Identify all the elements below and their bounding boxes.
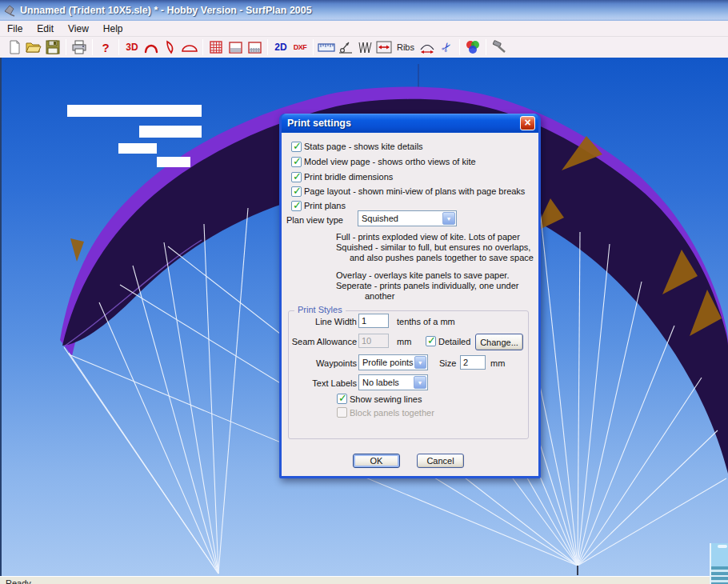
menu-help[interactable]: Help: [96, 22, 130, 36]
measure-angle-button[interactable]: [336, 38, 355, 56]
status-bar: Ready: [0, 576, 728, 584]
measurement-labels: [67, 105, 202, 167]
toolbar-separator: [202, 39, 203, 55]
window-titlebar: Unnamed (Trident 10X5.sle) * - Hobby Ver…: [0, 0, 728, 21]
scissors-icon: ✂: [438, 39, 455, 56]
profile-icon: [164, 40, 177, 54]
arch-view-button[interactable]: [142, 38, 161, 56]
status-text: Ready: [6, 578, 728, 584]
print-settings-dialog: Print settings × Stats page - shows kite…: [279, 114, 541, 478]
show-sewing-lines-label: Show sewing lines: [350, 394, 422, 404]
thumb-cloud: [718, 545, 727, 548]
menu-file[interactable]: File: [0, 22, 30, 36]
seam-allowance-label: Seam Allowance: [282, 337, 357, 346]
print-icon: [71, 40, 87, 54]
3d-icon: 3D: [126, 42, 138, 53]
size-input[interactable]: [460, 355, 486, 370]
dialog-body: Stats page - shows kite details Model vi…: [282, 133, 538, 476]
mini-preview-window[interactable]: [710, 543, 728, 584]
plan-view-type-combo[interactable]: Squished ▼: [358, 210, 457, 226]
arch-measure-icon: [418, 40, 436, 54]
bridle-dimensions-checkbox[interactable]: [291, 172, 302, 182]
dialog-titlebar[interactable]: Print settings ×: [282, 114, 538, 133]
tools-button[interactable]: [490, 38, 509, 56]
panel-icon: [228, 41, 243, 54]
desc-seperate: Seperate - prints panels individually, o…: [336, 281, 534, 291]
desc-squished: Squished - similar to full, but ensures …: [336, 242, 534, 253]
app-icon: [3, 4, 16, 17]
toolbar-separator: [92, 39, 93, 55]
panel-shaded-icon: [247, 41, 262, 54]
colors-button[interactable]: [463, 38, 482, 56]
ribs-icon: Ribs: [397, 42, 414, 52]
model-view-checkbox[interactable]: [291, 157, 302, 167]
page-layout-label: Page layout - shown mini-view of plans w…: [304, 186, 525, 196]
save-button[interactable]: [43, 38, 62, 56]
toolbar: ? 3D: [0, 37, 728, 58]
view-3d-button[interactable]: 3D: [122, 38, 142, 56]
ruler-icon: [318, 42, 335, 53]
measure-angle-icon: [338, 40, 354, 54]
chevron-down-icon[interactable]: ▼: [442, 212, 455, 225]
chevron-down-icon[interactable]: ▼: [414, 356, 426, 369]
cancel-button[interactable]: Cancel: [417, 454, 464, 468]
panel-shaded-view-button[interactable]: [245, 38, 264, 56]
dxf-export-button[interactable]: DXF: [290, 38, 310, 56]
plan-view-type-label: Plan view type: [286, 215, 343, 225]
text-labels-combo[interactable]: No labels ▼: [358, 374, 428, 390]
desc-full: Full - prints exploded view of kite. Lot…: [336, 232, 534, 242]
line-width-suffix: tenths of a mm: [397, 317, 455, 326]
cut-button[interactable]: ✂: [437, 38, 456, 56]
text-labels-value: No labels: [362, 378, 413, 387]
width-arrows-button[interactable]: [374, 38, 394, 56]
toolbar-separator: [313, 39, 314, 55]
detailed-checkbox[interactable]: [426, 336, 436, 346]
panel-view-button[interactable]: [226, 38, 245, 56]
ribs-button[interactable]: Ribs: [394, 38, 418, 56]
toolbar-separator: [118, 39, 119, 55]
close-icon[interactable]: ×: [520, 116, 535, 130]
menu-edit[interactable]: Edit: [30, 22, 61, 36]
open-button[interactable]: [24, 38, 43, 56]
2d-icon: 2D: [274, 42, 286, 53]
page-layout-checkbox[interactable]: [291, 186, 302, 197]
plan-view-descriptions: Full - prints exploded view of kite. Lot…: [336, 232, 534, 302]
model-view-label: Model view page - shows ortho views of k…: [304, 157, 476, 166]
menu-bar: File Edit View Help: [0, 21, 728, 37]
help-icon: ?: [102, 41, 109, 54]
print-button[interactable]: [70, 38, 89, 56]
bridle-lines-button[interactable]: [355, 38, 374, 56]
chevron-down-icon[interactable]: ▼: [414, 376, 426, 389]
new-document-button[interactable]: [5, 38, 24, 56]
print-plans-label: Print plans: [304, 201, 346, 210]
desc-squished-2: and also pushes panels together to save …: [350, 253, 534, 263]
stats-page-checkbox[interactable]: [291, 142, 302, 152]
save-icon: [46, 40, 60, 54]
menu-view[interactable]: View: [61, 22, 96, 36]
ok-button[interactable]: OK: [353, 454, 400, 468]
show-sewing-lines-checkbox[interactable]: [337, 394, 347, 404]
grid-icon: [209, 40, 223, 54]
waypoints-combo[interactable]: Profile points ▼: [358, 354, 428, 370]
line-width-input[interactable]: [358, 314, 389, 328]
ruler-button[interactable]: [317, 38, 336, 56]
plan-view-type-value: Squished: [362, 214, 442, 223]
desc-overlay: Overlay - overlays kite panels to save p…: [336, 270, 534, 281]
profile-view-button[interactable]: [161, 38, 180, 56]
grid-view-button[interactable]: [206, 38, 226, 56]
bridle-lines-icon: [358, 40, 372, 54]
toolbar-separator: [66, 39, 66, 55]
open-folder-icon: [26, 40, 42, 54]
desc-seperate-2: another: [365, 291, 534, 302]
size-suffix: mm: [490, 358, 505, 368]
waypoints-label: Waypoints: [288, 358, 357, 368]
view-2d-button[interactable]: 2D: [271, 38, 290, 56]
seam-allowance-suffix: mm: [397, 337, 411, 346]
change-button[interactable]: Change...: [475, 334, 523, 350]
dialog-title: Print settings: [287, 118, 351, 129]
toolbar-separator: [486, 39, 486, 55]
help-button[interactable]: ?: [96, 38, 115, 56]
print-plans-checkbox[interactable]: [291, 201, 302, 211]
arch-measure-button[interactable]: [418, 38, 437, 56]
dome-view-button[interactable]: [180, 38, 199, 56]
